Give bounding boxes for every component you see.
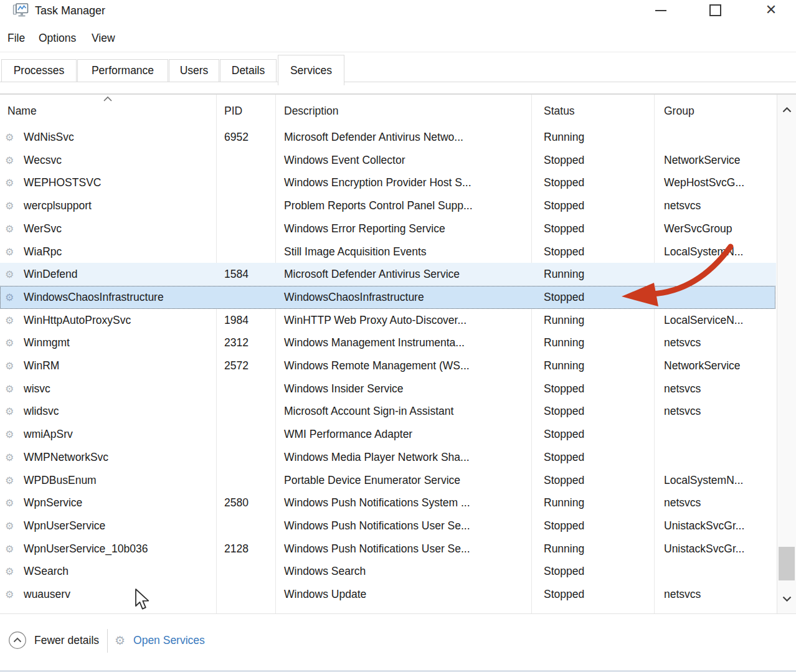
cell-name: WinHttpAutoProxySvc <box>24 309 131 332</box>
cell-status: Stopped <box>544 514 584 537</box>
menu-file[interactable]: File <box>7 32 25 45</box>
table-row[interactable]: ⚙WinRM2572Windows Remote Management (WS.… <box>0 354 776 377</box>
cell-group: netsvcs <box>664 331 701 354</box>
table-row[interactable]: ⚙wisvcWindows Insider ServiceStoppednets… <box>0 377 776 400</box>
cell-name: WinDefend <box>24 263 78 286</box>
table-row[interactable]: ⚙wmiApSrvWMI Performance AdapterStopped <box>0 423 776 446</box>
footer-separator <box>107 629 108 653</box>
table-row[interactable]: ⚙wuauservWindows UpdateStoppednetsvcs <box>0 583 776 606</box>
table-row[interactable]: ⚙WiaRpcStill Image Acquisition EventsSto… <box>0 240 776 263</box>
cell-status: Stopped <box>544 240 584 263</box>
table-row[interactable]: ⚙wercplsupportProblem Reports Control Pa… <box>0 194 776 217</box>
cell-name: wmiApSrv <box>24 423 73 446</box>
cell-status: Stopped <box>544 446 584 469</box>
table-row[interactable]: ⚙WpnUserServiceWindows Push Notification… <box>0 514 776 537</box>
cell-group: UnistackSvcGr... <box>664 514 744 537</box>
cell-group: NetworkService <box>664 354 741 377</box>
cell-status: Stopped <box>544 377 584 400</box>
table-row[interactable]: ⚙WEPHOSTSVCWindows Encryption Provider H… <box>0 171 776 194</box>
services-list: Name PID Description Status Group ⚙WdNis… <box>0 95 777 613</box>
service-gear-icon: ⚙ <box>5 194 14 217</box>
tab-services[interactable]: Services <box>278 55 344 85</box>
menu-options[interactable]: Options <box>39 32 76 45</box>
table-row[interactable]: ⚙WinDefend1584Microsoft Defender Antivir… <box>0 263 776 286</box>
cell-description: Windows Error Reporting Service <box>284 217 445 240</box>
table-row[interactable]: ⚙WPDBusEnumPortable Device Enumerator Se… <box>0 469 776 492</box>
column-header-pid[interactable]: PID <box>224 102 242 120</box>
cell-group: netsvcs <box>664 491 701 514</box>
service-gear-icon: ⚙ <box>5 469 14 492</box>
tab-users[interactable]: Users <box>169 59 219 82</box>
cell-name: WEPHOSTSVC <box>24 171 101 194</box>
table-row[interactable]: ⚙WpnService2580Windows Push Notification… <box>0 491 776 514</box>
column-header-status[interactable]: Status <box>544 102 575 120</box>
cell-pid: 2312 <box>224 331 249 354</box>
cell-description: Microsoft Account Sign-in Assistant <box>284 400 453 423</box>
minimize-icon <box>655 10 666 11</box>
tab-strip-baseline <box>0 82 796 82</box>
fewer-details-button[interactable]: Fewer details <box>8 630 99 650</box>
table-row[interactable]: ⚙WMPNetworkSvcWindows Media Player Netwo… <box>0 446 776 469</box>
service-gear-icon: ⚙ <box>5 217 14 240</box>
cell-status: Running <box>544 263 584 286</box>
tab-performance[interactable]: Performance <box>77 59 168 82</box>
scrollbar-thumb[interactable] <box>779 547 795 580</box>
cell-description: Windows Push Notifications User Se... <box>284 514 470 537</box>
cell-name: WiaRpc <box>24 240 62 263</box>
table-row[interactable]: ⚙WSearchWindows SearchStopped <box>0 560 776 583</box>
cell-pid: 1984 <box>224 309 249 332</box>
cell-status: Running <box>544 331 584 354</box>
cell-status: Running <box>544 126 584 149</box>
table-row[interactable]: ⚙WpnUserService_10b0362128Windows Push N… <box>0 537 776 561</box>
service-gear-icon: ⚙ <box>5 171 14 194</box>
table-row[interactable]: ⚙WecsvcWindows Event CollectorStoppedNet… <box>0 149 776 172</box>
cell-status: Stopped <box>544 423 584 446</box>
cell-pid: 6952 <box>224 126 249 149</box>
cell-name: WSearch <box>24 560 69 583</box>
tab-details[interactable]: Details <box>220 59 277 82</box>
service-gear-icon: ⚙ <box>5 240 14 263</box>
table-row[interactable]: ⚙WindowsChaosInfrastructureWindowsChaosI… <box>0 286 775 309</box>
vertical-scrollbar[interactable] <box>777 95 796 613</box>
maximize-button[interactable] <box>699 0 731 20</box>
cell-name: WMPNetworkSvc <box>24 446 108 469</box>
open-services-link[interactable]: ⚙ Open Services <box>115 630 205 650</box>
scroll-down-button[interactable] <box>777 589 796 608</box>
column-header-group[interactable]: Group <box>664 102 694 120</box>
cell-group: UnistackSvcGr... <box>664 537 744 561</box>
task-manager-icon <box>12 2 29 19</box>
chevron-up-icon <box>782 107 792 113</box>
service-gear-icon: ⚙ <box>5 331 14 354</box>
chevron-down-icon <box>782 596 792 602</box>
cell-name: Winmgmt <box>24 331 70 354</box>
table-row[interactable]: ⚙Winmgmt2312Windows Management Instrumen… <box>0 331 776 354</box>
menu-view[interactable]: View <box>92 32 115 45</box>
service-gear-icon: ⚙ <box>5 583 14 606</box>
scroll-up-button[interactable] <box>777 100 796 120</box>
cell-pid: 2572 <box>224 354 249 377</box>
cell-name: Wecsvc <box>24 149 62 172</box>
cell-status: Stopped <box>544 217 584 240</box>
table-row[interactable]: ⚙WdNisSvc6952Microsoft Defender Antiviru… <box>0 126 776 149</box>
cell-name: WpnUserService_10b036 <box>24 537 148 561</box>
maximize-icon <box>709 4 721 16</box>
cell-name: wuauserv <box>24 583 70 606</box>
cell-status: Running <box>544 354 584 377</box>
cell-description: Problem Reports Control Panel Supp... <box>284 194 473 217</box>
table-row[interactable]: ⚙wlidsvcMicrosoft Account Sign-in Assist… <box>0 400 776 423</box>
tab-processes[interactable]: Processes <box>1 59 77 82</box>
table-row[interactable]: ⚙WerSvcWindows Error Reporting ServiceSt… <box>0 217 776 240</box>
cell-name: WerSvc <box>24 217 62 240</box>
cell-description: Portable Device Enumerator Service <box>284 469 460 492</box>
cell-description: Windows Management Instrumenta... <box>284 331 465 354</box>
cell-name: WdNisSvc <box>24 126 74 149</box>
cell-description: Windows Media Player Network Sha... <box>284 446 470 469</box>
column-header-description[interactable]: Description <box>284 102 339 120</box>
service-gear-icon: ⚙ <box>5 286 14 309</box>
column-header-name[interactable]: Name <box>7 102 37 120</box>
minimize-button[interactable] <box>645 0 676 20</box>
table-row[interactable]: ⚙WinHttpAutoProxySvc1984WinHTTP Web Prox… <box>0 309 776 332</box>
cell-name: WPDBusEnum <box>24 469 97 492</box>
cell-group: LocalSystemN... <box>664 469 743 492</box>
close-button[interactable]: ✕ <box>756 0 787 20</box>
